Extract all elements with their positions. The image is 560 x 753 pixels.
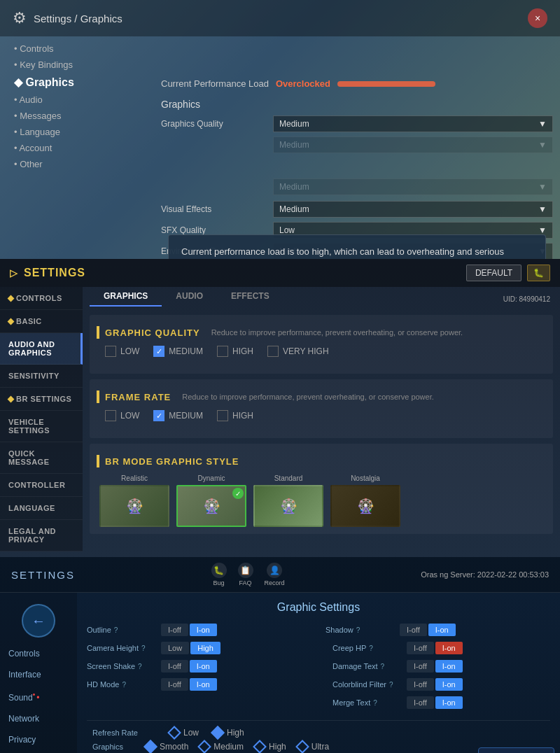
graphics-high-option[interactable]: High [255,742,286,752]
sidebar-sensitivity[interactable]: SENSITIVITY [0,365,83,388]
visual-effects-select[interactable]: Medium▼ [273,201,553,218]
outline-off-btn[interactable]: I-off [161,624,188,636]
bot-faq-icon[interactable]: 📋 FAQ [238,563,253,586]
refresh-high-label: High [227,728,244,738]
shadow-off-btn[interactable]: I-off [400,624,427,636]
camera-low-btn[interactable]: Low [161,642,189,654]
sidebar-vehicle-settings[interactable]: VEHICLE SETTINGS [0,411,83,442]
creep-hp-help-icon[interactable]: ? [369,645,373,652]
bot-sidebar-sound[interactable]: Sound• [0,685,77,708]
sidebar-audio-graphics[interactable]: AUDIO AND GRAPHICS [0,333,83,365]
graphic-quality-title: GRAPHIC QUALITY [105,328,200,338]
fr-high[interactable]: HIGH [217,410,253,421]
style-standard-img[interactable]: 🎡 [253,485,323,527]
graphics-medium-option[interactable]: Medium [200,742,244,752]
style-realistic-img[interactable]: 🎡 [99,485,169,527]
low-checkbox[interactable] [105,346,116,357]
shadow-help-icon[interactable]: ? [356,626,360,634]
style-realistic[interactable]: Realistic 🎡 [99,474,169,527]
hd-off-btn[interactable]: I-off [161,678,188,691]
merge-text-on-btn[interactable]: I-on [435,696,463,709]
screen-shake-help-icon[interactable]: ? [138,663,142,670]
style-dynamic-img[interactable]: 🎡 ✓ [176,485,246,527]
quality-very-high[interactable]: VERY HIGH [267,346,329,357]
sidebar-controls[interactable]: CONTROLS [0,287,83,310]
outline-on-btn[interactable]: I-on [190,624,217,636]
damage-text-off-btn[interactable]: I-off [407,660,434,673]
nav-graphics[interactable]: ◆ Graphics [14,74,74,90]
graphics-ultra-option[interactable]: Ultra [298,742,329,752]
sidebar-controller[interactable]: CONTROLLER [0,474,83,497]
very-high-checkbox[interactable] [267,346,279,357]
sidebar-language[interactable]: LANGUAGE [0,497,83,520]
graphics-smooth-option[interactable]: Smooth [146,742,188,752]
nav-controls[interactable]: • Controls [14,42,74,55]
sidebar-basic[interactable]: BASIC [0,310,83,333]
bot-sidebar-privacy[interactable]: Privacy [0,729,77,750]
graphics-quality-select[interactable]: Medium▼ [273,115,553,132]
style-nostalgia[interactable]: Nostalgia 🎡 [330,474,400,527]
creep-hp-off-btn[interactable]: I-off [407,642,434,654]
section-bar [97,326,99,339]
fr-medium[interactable]: ✓ MEDIUM [153,410,203,421]
nav-language[interactable]: • Language [14,125,74,139]
nav-keybindings[interactable]: • Key Bindings [14,58,74,71]
screen-shake-on-btn[interactable]: I-on [190,660,217,673]
close-button[interactable]: × [528,8,547,28]
colorblind-off-btn[interactable]: I-off [407,678,434,691]
medium-checkbox[interactable]: ✓ [153,346,164,357]
quality-high[interactable]: HIGH [217,346,253,357]
creep-hp-on-btn[interactable]: I-on [435,642,463,654]
bot-record-icon[interactable]: 👤 Record [265,563,285,586]
bot-sidebar-interface[interactable]: Interface [0,664,77,685]
style-dynamic[interactable]: Dynamic 🎡 ✓ [176,474,246,527]
colorblind-help-icon[interactable]: ? [389,681,393,689]
refresh-high-option[interactable]: High [213,728,244,738]
hd-mode-help-icon[interactable]: ? [122,681,126,689]
fr-low[interactable]: LOW [105,410,139,421]
high-checkbox[interactable] [217,346,228,357]
bot-bug-icon[interactable]: 🐛 Bug [211,563,227,586]
default-button[interactable]: DEFAULT [466,265,522,281]
colorblind-on-btn[interactable]: I-on [435,678,463,691]
nav-account[interactable]: • Account [14,141,74,155]
refresh-low-radio[interactable] [167,726,181,740]
merge-text-help-icon[interactable]: ? [373,699,377,707]
nav-audio[interactable]: • Audio [14,93,74,106]
graphics-high-radio[interactable] [253,740,267,753]
screen-shake-off-btn[interactable]: I-off [161,660,188,673]
fr-high-checkbox[interactable] [217,410,228,421]
camera-height-help-icon[interactable]: ? [141,645,146,652]
refresh-high-radio[interactable] [211,726,225,740]
shadow-on-btn[interactable]: I-on [428,624,456,636]
sidebar-quick-message[interactable]: QUICK MESSAGE [0,442,83,474]
bug-button[interactable]: 🐛 [527,265,550,281]
nav-other[interactable]: • Other [14,157,74,171]
damage-text-on-btn[interactable]: I-on [435,660,463,673]
tab-graphics[interactable]: GRAPHICS [90,287,162,307]
graphics-smooth-radio[interactable] [144,740,158,753]
bot-sidebar-controls[interactable]: Controls [0,643,77,664]
visual-effects-label: Visual Effects [161,204,273,214]
damage-text-help-icon[interactable]: ? [381,663,385,670]
outline-help-icon[interactable]: ? [114,626,118,634]
style-nostalgia-img[interactable]: 🎡 [330,485,400,527]
back-button[interactable]: ← [22,604,55,638]
graphics-ultra-radio[interactable] [295,740,309,753]
bot-sidebar-network[interactable]: Network [0,708,77,729]
camera-high-btn[interactable]: High [190,642,220,654]
tab-effects[interactable]: EFFECTS [217,287,284,307]
quality-low[interactable]: LOW [105,346,139,357]
refresh-low-option[interactable]: Low [169,728,199,738]
sidebar-legal-privacy[interactable]: LEGAL AND PRIVACY [0,520,83,551]
fr-low-checkbox[interactable] [105,410,116,421]
tab-audio[interactable]: AUDIO [162,287,217,307]
hd-on-btn[interactable]: I-on [190,678,217,691]
fr-medium-checkbox[interactable]: ✓ [153,410,164,421]
merge-text-off-btn[interactable]: I-off [407,696,434,709]
graphics-medium-radio[interactable] [197,740,211,753]
style-standard[interactable]: Standard 🎡 [253,474,323,527]
sidebar-br-settings[interactable]: BR SETTINGS [0,388,83,411]
nav-messages[interactable]: • Messages [14,109,74,122]
quality-medium[interactable]: ✓ MEDIUM [153,346,203,357]
